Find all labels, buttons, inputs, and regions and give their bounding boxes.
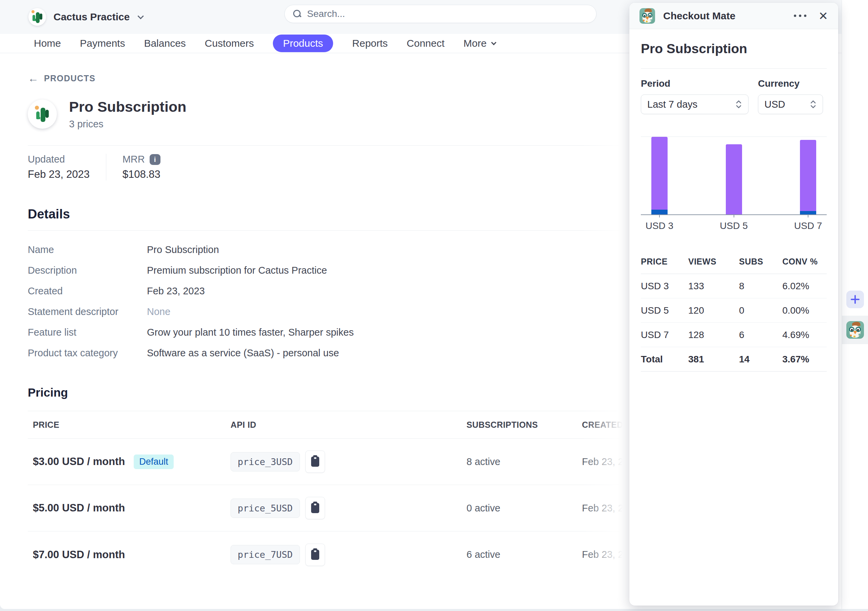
overflow-menu-button[interactable]	[790, 11, 810, 20]
col-api-id: API ID	[225, 420, 462, 430]
copy-button[interactable]	[305, 544, 325, 566]
stat-views: 120	[688, 305, 739, 316]
col-subscriptions: SUBSCRIPTIONS	[462, 420, 577, 430]
select-updown-icon	[735, 100, 742, 109]
clipboard-icon	[311, 457, 319, 467]
divider	[641, 68, 827, 69]
panel-product-title: Pro Subscription	[641, 41, 827, 56]
detail-row-tax-category: Product tax category Software as a servi…	[28, 343, 731, 364]
nav-more-label: More	[463, 37, 487, 49]
nav-item-customers[interactable]: Customers	[205, 37, 254, 49]
search-input[interactable]: Search...	[284, 5, 597, 23]
default-badge: Default	[134, 454, 174, 469]
stat-price: USD 7	[641, 330, 688, 340]
bar-usd3	[651, 137, 668, 215]
nav-item-home[interactable]: Home	[34, 37, 61, 49]
x-tick-label: USD 7	[794, 221, 822, 231]
period-field: Period Last 7 days	[641, 78, 749, 114]
stats-total-row: Total 381 14 3.67%	[641, 347, 827, 372]
close-icon[interactable]: ✕	[818, 10, 828, 22]
period-select[interactable]: Last 7 days	[641, 95, 749, 114]
panel-header: Checkout Mate ✕	[629, 3, 838, 29]
cactus-logo-icon	[31, 11, 43, 23]
account-switcher[interactable]: Cactus Practice	[28, 8, 143, 26]
nav-item-connect[interactable]: Connect	[406, 37, 445, 49]
x-tick-label: USD 5	[720, 221, 747, 231]
clipboard-icon	[311, 503, 319, 513]
details-list: Name Pro Subscription Description Premiu…	[28, 239, 731, 364]
x-tick-label: USD 3	[646, 221, 673, 231]
nav-item-products-active[interactable]: Products	[273, 34, 333, 52]
nav-item-more[interactable]: More	[463, 37, 496, 49]
stat-conv: 3.67%	[782, 354, 827, 365]
period-label: Period	[641, 78, 749, 89]
subscriptions-value: 0 active	[462, 503, 577, 514]
mrr-label: MRR	[122, 154, 145, 165]
stats-row-usd3: USD 3 133 8 6.02%	[641, 274, 827, 299]
bar-usd7	[800, 137, 816, 215]
cactus-product-icon	[35, 106, 50, 122]
price-count: 3 prices	[69, 118, 186, 130]
nav-item-reports[interactable]: Reports	[352, 37, 388, 49]
api-id-value: price_7USD	[231, 545, 300, 564]
col-views: VIEWS	[688, 257, 739, 267]
detail-label: Description	[28, 265, 147, 276]
account-name: Cactus Practice	[53, 11, 130, 23]
checkout-mate-app-icon[interactable]	[846, 321, 864, 339]
currency-value: USD	[764, 99, 785, 110]
pricing-table-header: PRICE API ID SUBSCRIPTIONS CREATED	[28, 411, 725, 438]
conversion-stats-table: PRICE VIEWS SUBS CONV % USD 3 133 8 6.02…	[641, 250, 827, 372]
product-meta: Updated Feb 23, 2023 MRR i $108.83	[28, 146, 731, 191]
stat-conv: 0.00%	[782, 305, 827, 316]
table-row[interactable]: $3.00 USD / month Default price_3USD 8 a…	[28, 438, 725, 485]
chart-x-axis-labels: USD 3 USD 5 USD 7	[641, 221, 827, 234]
copy-button[interactable]	[305, 451, 325, 473]
stats-row-usd5: USD 5 120 0 0.00%	[641, 299, 827, 323]
product-avatar	[28, 100, 57, 129]
stat-price: USD 5	[641, 305, 688, 316]
stat-conv: 4.69%	[782, 330, 827, 340]
subscriptions-value: 8 active	[462, 456, 577, 467]
detail-row-statement-descriptor: Statement descriptor None	[28, 302, 731, 322]
api-id-value: price_5USD	[231, 499, 300, 518]
chevron-down-icon	[138, 13, 144, 19]
panel-controls: Period Last 7 days Currency USD	[641, 78, 827, 114]
stats-header-row: PRICE VIEWS SUBS CONV %	[641, 250, 827, 274]
period-value: Last 7 days	[647, 99, 698, 110]
detail-label: Statement descriptor	[28, 306, 147, 317]
chevron-down-icon	[491, 40, 497, 45]
currency-select[interactable]: USD	[758, 95, 823, 114]
copy-button[interactable]	[305, 497, 325, 519]
stats-row-usd7: USD 7 128 6 4.69%	[641, 323, 827, 347]
panel-app-name: Checkout Mate	[663, 10, 790, 22]
stat-price: Total	[641, 354, 688, 365]
subscriptions-value: 6 active	[462, 549, 577, 560]
stat-views: 381	[688, 354, 739, 365]
stat-subs: 8	[739, 281, 782, 292]
checkout-mate-icon	[640, 8, 655, 24]
pricing-table: PRICE API ID SUBSCRIPTIONS CREATED $3.00…	[28, 411, 725, 578]
price-value: $3.00 USD / month	[33, 456, 125, 468]
search-icon	[293, 9, 302, 18]
plus-icon	[851, 295, 860, 304]
page-title: Pro Subscription	[69, 99, 186, 115]
detail-label: Name	[28, 244, 147, 255]
checkout-mate-panel: Checkout Mate ✕ Pro Subscription Period …	[629, 3, 838, 606]
meta-updated: Updated Feb 23, 2023	[28, 154, 106, 180]
col-subs: SUBS	[739, 257, 782, 267]
clipboard-icon	[311, 550, 319, 560]
details-heading: Details	[28, 207, 731, 221]
breadcrumb[interactable]: ← PRODUCTS	[28, 73, 731, 84]
nav-item-balances[interactable]: Balances	[144, 37, 186, 49]
add-app-button[interactable]	[846, 291, 864, 308]
table-row[interactable]: $5.00 USD / month price_5USD 0 active Fe…	[28, 485, 725, 532]
detail-label: Product tax category	[28, 348, 147, 359]
detail-row-created: Created Feb 23, 2023	[28, 281, 731, 302]
nav-item-payments[interactable]: Payments	[80, 37, 125, 49]
table-row[interactable]: $7.00 USD / month price_7USD 6 active Fe…	[28, 532, 725, 578]
info-icon[interactable]: i	[150, 154, 160, 165]
meta-mrr: MRR i $108.83	[106, 154, 177, 180]
detail-row-name: Name Pro Subscription	[28, 239, 731, 260]
screenshot-stage: Cactus Practice Search... Home Payments …	[0, 0, 868, 611]
currency-label: Currency	[758, 78, 823, 89]
